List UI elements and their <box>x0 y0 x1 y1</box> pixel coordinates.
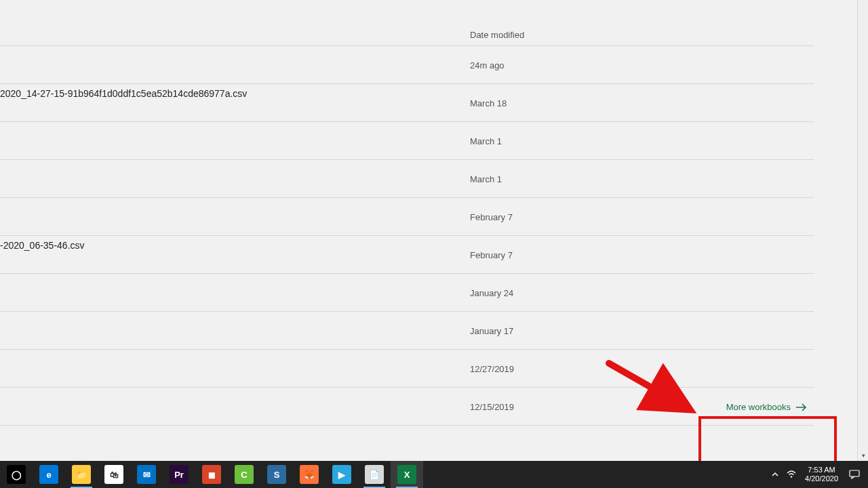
taskbar-clock[interactable]: 7:53 AM 4/20/2020 <box>800 466 844 483</box>
file-row[interactable]: January 24 <box>0 274 814 312</box>
file-date: 12/27/2019 <box>470 363 514 373</box>
windows-taskbar: ◯e📁🛍✉Pr◼CS🦊▶📄X 7:53 AM 4/20/2020 <box>0 461 868 488</box>
file-row[interactable]: January 17 <box>0 312 814 350</box>
arrow-right-icon <box>796 403 807 411</box>
file-row[interactable]: 2020_14-27-15-91b964f1d0ddf1c5ea52b14cde… <box>0 84 814 122</box>
file-row[interactable]: 12/15/2019 <box>0 388 814 426</box>
cortana-icon: ◯ <box>7 465 26 484</box>
clock-time: 7:53 AM <box>805 466 838 474</box>
svg-rect-3 <box>850 470 859 476</box>
file-date: January 24 <box>470 287 513 298</box>
vertical-scrollbar[interactable]: ▾ <box>857 0 868 461</box>
app-red-icon: ◼ <box>202 465 221 484</box>
taskbar-app-microsoft-store[interactable]: 🛍 <box>98 461 130 488</box>
tray-chevron-up-icon[interactable] <box>767 461 783 488</box>
edge-icon: e <box>39 465 58 484</box>
microsoft-store-icon: 🛍 <box>104 465 123 484</box>
scroll-down-button[interactable]: ▾ <box>858 450 868 461</box>
file-date: March 1 <box>470 136 502 146</box>
file-row[interactable]: 12/27/2019 <box>0 350 814 388</box>
taskbar-app-edge[interactable]: e <box>33 461 65 488</box>
file-date: February 7 <box>470 211 513 222</box>
file-date: March 1 <box>470 174 502 184</box>
clock-date: 4/20/2020 <box>805 474 838 483</box>
svg-point-2 <box>791 476 792 477</box>
camtasia-icon: C <box>235 465 254 484</box>
list-header-row: Date modified <box>0 0 814 46</box>
excel-start-recent-pane: Date modified 24m ago 2020_14-27-15-91b9… <box>0 0 857 461</box>
file-date: January 17 <box>470 325 513 336</box>
premiere-icon: Pr <box>170 465 189 484</box>
file-date: February 7 <box>470 249 513 260</box>
taskbar-app-app-blue[interactable]: ▶ <box>326 461 358 488</box>
taskbar-app-camtasia[interactable]: C <box>228 461 260 488</box>
file-row[interactable]: March 1 <box>0 122 814 160</box>
mail-icon: ✉ <box>137 465 156 484</box>
system-tray: 7:53 AM 4/20/2020 <box>767 461 868 488</box>
action-center-icon[interactable] <box>844 461 865 488</box>
file-row[interactable]: March 1 <box>0 160 814 198</box>
file-name: -2020_06-35-46.csv <box>0 240 85 251</box>
taskbar-app-firefox[interactable]: 🦊 <box>293 461 326 488</box>
taskbar-app-excel[interactable]: X <box>391 461 423 488</box>
file-explorer-icon: 📁 <box>72 465 91 484</box>
taskbar-app-cortana[interactable]: ◯ <box>0 461 33 488</box>
taskbar-pinned-apps: ◯e📁🛍✉Pr◼CS🦊▶📄X <box>0 461 423 488</box>
file-row[interactable]: February 7 <box>0 198 814 236</box>
column-header-date-modified: Date modified <box>470 30 524 40</box>
notepad-icon: 📄 <box>365 465 384 484</box>
taskbar-app-file-explorer[interactable]: 📁 <box>65 461 98 488</box>
taskbar-app-snagit[interactable]: S <box>260 461 293 488</box>
excel-icon: X <box>397 465 416 484</box>
app-blue-icon: ▶ <box>332 465 351 484</box>
file-row[interactable]: 24m ago <box>0 46 814 84</box>
file-date: March 18 <box>470 98 507 108</box>
firefox-icon: 🦊 <box>300 465 319 484</box>
file-name: 2020_14-27-15-91b964f1d0ddf1c5ea52b14cde… <box>0 88 247 99</box>
taskbar-app-premiere[interactable]: Pr <box>163 461 195 488</box>
file-date: 12/15/2019 <box>470 401 514 411</box>
taskbar-app-app-red[interactable]: ◼ <box>195 461 228 488</box>
more-workbooks-link[interactable]: More workbooks <box>724 398 810 416</box>
snagit-icon: S <box>267 465 286 484</box>
file-row[interactable]: -2020_06-35-46.csv February 7 <box>0 236 814 274</box>
taskbar-app-mail[interactable]: ✉ <box>130 461 163 488</box>
recent-workbooks-list: Date modified 24m ago 2020_14-27-15-91b9… <box>0 0 814 426</box>
wifi-icon[interactable] <box>783 461 800 488</box>
more-workbooks-label: More workbooks <box>726 402 791 412</box>
file-date: 24m ago <box>470 60 505 70</box>
taskbar-app-notepad[interactable]: 📄 <box>358 461 391 488</box>
